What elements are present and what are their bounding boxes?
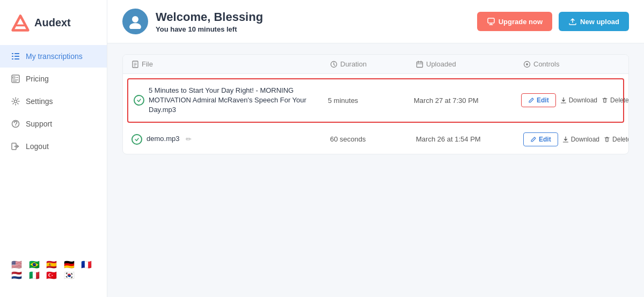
check-icon-row1 <box>134 95 144 106</box>
welcome-subtitle: You have 10 minutes left <box>156 25 263 33</box>
controls-row2: Edit Download Delete <box>523 132 620 146</box>
upgrade-label: Upgrade now <box>499 18 543 26</box>
uploaded-row1: March 27 at 7:30 PM <box>414 96 521 105</box>
upload-label: New upload <box>580 18 619 26</box>
controls-icon <box>523 61 531 68</box>
svg-point-33 <box>526 63 528 65</box>
new-upload-button[interactable]: New upload <box>559 12 629 31</box>
clock-icon <box>330 61 338 68</box>
duration-row1: 5 minutes <box>328 96 414 105</box>
table-header: File Duration Uploaded <box>123 55 628 74</box>
content-area: File Duration Uploaded <box>107 43 644 297</box>
flag-es[interactable]: 🇪🇸 <box>46 261 57 269</box>
svg-rect-5 <box>14 56 19 57</box>
sidebar-item-label: Logout <box>26 142 49 151</box>
main-content: Welcome, Blessing You have 10 minutes le… <box>107 0 644 297</box>
svg-point-19 <box>129 23 141 29</box>
edit-button-row1[interactable]: Edit <box>521 93 556 107</box>
sidebar-item-label: Settings <box>26 97 53 106</box>
calendar-icon <box>416 61 423 68</box>
col-controls-label: Controls <box>533 60 559 68</box>
col-uploaded-label: Uploaded <box>426 60 456 68</box>
sidebar-item-label: Pricing <box>26 75 49 83</box>
col-uploaded: Uploaded <box>416 60 523 68</box>
avatar <box>122 9 148 34</box>
table-row: demo.mp3 ✏ 60 seconds March 26 at 1:54 P… <box>123 125 628 154</box>
delete-button-row2[interactable]: Delete <box>604 136 629 143</box>
flag-tr[interactable]: 🇹🇷 <box>46 271 57 280</box>
flag-it[interactable]: 🇮🇹 <box>28 271 40 280</box>
file-col-icon <box>131 61 139 68</box>
transcriptions-table: File Duration Uploaded <box>122 54 629 154</box>
edit-label: Edit <box>539 136 551 143</box>
pencil-icon-row2[interactable]: ✏ <box>186 135 192 143</box>
svg-point-15 <box>15 125 16 127</box>
minutes-prefix: You have <box>156 25 188 33</box>
sidebar-item-label: Support <box>26 120 52 128</box>
flag-kr[interactable]: 🇰🇷 <box>63 271 75 280</box>
flag-br[interactable]: 🇧🇷 <box>28 261 40 269</box>
logo: Audext <box>0 9 107 45</box>
flag-de[interactable]: 🇩🇪 <box>63 261 75 269</box>
edit-icon <box>528 97 535 103</box>
sidebar-item-my-transcriptions[interactable]: My transcriptions <box>0 45 107 68</box>
delete-label: Delete <box>610 96 629 104</box>
sidebar-item-settings[interactable]: Settings <box>0 90 107 113</box>
welcome-text: Welcome, Blessing You have 10 minutes le… <box>156 10 263 33</box>
controls-row1: Edit Download <box>521 93 618 107</box>
file-name-row2: demo.mp3 <box>147 134 179 144</box>
upload-icon <box>568 17 577 26</box>
welcome-title: Welcome, Blessing <box>156 10 263 24</box>
svg-rect-4 <box>12 56 13 57</box>
svg-rect-2 <box>12 53 13 54</box>
header-actions: Upgrade now New upload <box>477 12 629 31</box>
col-file: File <box>131 60 330 68</box>
download-button-row1[interactable]: Download <box>560 96 597 104</box>
sidebar-item-label: My transcriptions <box>26 52 83 61</box>
sidebar-nav: My transcriptions Pricing S <box>0 45 107 252</box>
col-file-label: File <box>142 60 153 68</box>
edit-button-row2[interactable]: Edit <box>523 132 558 146</box>
svg-rect-9 <box>13 77 15 78</box>
delete-icon <box>602 97 608 103</box>
col-duration-label: Duration <box>340 60 367 68</box>
delete-button-row1[interactable]: Delete <box>602 96 629 104</box>
header-left: Welcome, Blessing You have 10 minutes le… <box>122 9 263 34</box>
file-cell-row2: demo.mp3 ✏ <box>131 134 330 145</box>
svg-rect-7 <box>14 58 19 60</box>
support-icon <box>11 119 20 129</box>
svg-rect-3 <box>14 53 19 54</box>
duration-row2: 60 seconds <box>330 135 416 143</box>
table-row: 5 Minutes to Start Your Day Right! - MOR… <box>127 78 624 123</box>
sidebar-item-pricing[interactable]: Pricing <box>0 68 107 90</box>
flag-nl[interactable]: 🇳🇱 <box>11 271 23 280</box>
minutes-suffix: minutes left <box>196 25 237 33</box>
flag-fr[interactable]: 🇫🇷 <box>80 261 92 269</box>
svg-point-18 <box>132 16 138 23</box>
col-duration: Duration <box>330 60 416 68</box>
file-cell-row1: 5 Minutes to Start Your Day Right! - MOR… <box>134 86 328 115</box>
settings-icon <box>11 96 20 106</box>
edit-label: Edit <box>537 96 549 104</box>
download-button-row2[interactable]: Download <box>562 136 599 143</box>
flag-us[interactable]: 🇺🇸 <box>11 261 23 269</box>
download-label: Download <box>569 96 597 104</box>
check-icon-row2 <box>131 134 142 145</box>
uploaded-row2: March 26 at 1:54 PM <box>416 135 523 143</box>
app-name: Audext <box>34 17 71 29</box>
pricing-icon <box>11 74 20 84</box>
svg-rect-28 <box>417 62 423 67</box>
delete-label: Delete <box>612 136 629 143</box>
download-icon <box>562 136 569 143</box>
sidebar-item-support[interactable]: Support <box>0 113 107 135</box>
upgrade-now-button[interactable]: Upgrade now <box>477 12 552 31</box>
download-label: Download <box>571 136 599 143</box>
header: Welcome, Blessing You have 10 minutes le… <box>107 0 644 43</box>
logo-icon <box>11 13 30 32</box>
svg-point-13 <box>14 100 17 103</box>
file-name-row1: 5 Minutes to Start Your Day Right! - MOR… <box>149 86 328 115</box>
sidebar-item-logout[interactable]: Logout <box>0 135 107 158</box>
sidebar: Audext My transcriptions <box>0 0 107 297</box>
upgrade-icon <box>487 17 495 26</box>
logout-icon <box>11 142 20 151</box>
